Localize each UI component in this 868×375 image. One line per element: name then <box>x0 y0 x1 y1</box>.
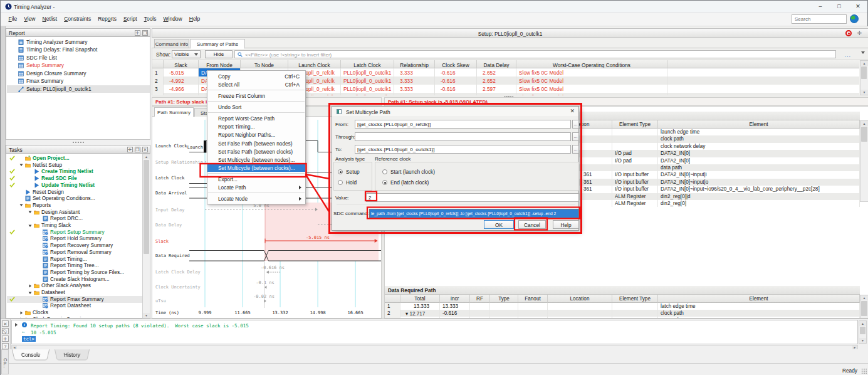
cell-element[interactable]: DATA2_IN[0]~input|i <box>658 171 860 178</box>
cell-latch[interactable]: PLL0|iopll_0_outclk1 <box>341 77 394 85</box>
cell-etype[interactable]: ALM Register <box>612 200 658 207</box>
task-other-slack-analyses[interactable]: Other Slack Analyses <box>7 282 142 289</box>
through-browse-button[interactable]: ... <box>572 132 579 141</box>
menu-script[interactable]: Script <box>120 13 140 25</box>
cell-element[interactable]: clock network delay <box>658 143 860 150</box>
hide-button[interactable]: Hide <box>205 50 233 58</box>
menu-netlist[interactable]: Netlist <box>39 13 61 25</box>
tasks-scrollbar[interactable]: ▲ ▼ <box>142 154 150 319</box>
globe-icon[interactable] <box>850 14 859 23</box>
cell-element[interactable]: clock path <box>658 135 860 142</box>
cell-etype[interactable]: I/O input buffer <box>612 179 658 186</box>
cell-rf[interactable] <box>470 310 490 317</box>
task-report-fmax-summary[interactable]: Report Fmax Summary <box>7 296 142 303</box>
ok-button[interactable]: OK <box>484 220 514 229</box>
more-options-icon[interactable]: ... <box>844 52 851 58</box>
hold-radio[interactable] <box>338 180 343 185</box>
cell-element[interactable]: latch edge time <box>658 303 860 310</box>
cell-element[interactable]: DATA2_IN[0]~input~io96/s20_0_4__vio_lab_… <box>658 186 860 193</box>
task-timing-slack[interactable]: Timing Slack <box>7 222 142 229</box>
task-design-assistant[interactable]: Design Assistant <box>7 209 142 216</box>
column-header-worst-case-operating-conditions[interactable]: Worst-Case Operating Conditions <box>516 60 667 68</box>
column-header-launch-clock[interactable]: Launch Clock <box>288 60 341 68</box>
path-table-scrollbar[interactable]: ▲ <box>860 120 868 202</box>
report-item-timing-delays-final-snapshot[interactable]: Timing Delays: Final Snapshot <box>7 46 150 54</box>
menu-item-export[interactable]: Export... <box>207 175 305 183</box>
report-item-sdc-file-list[interactable]: SDC File List <box>7 54 150 62</box>
cell-rf[interactable] <box>470 303 490 310</box>
menu-item-report-worst-case-path[interactable]: Report Worst-Case Path <box>207 114 305 122</box>
column-header-latch-clock[interactable]: Latch Clock <box>341 60 394 68</box>
menu-file[interactable]: File <box>5 13 21 25</box>
column-header-total[interactable]: Total <box>400 295 440 303</box>
task-report-setup-summary[interactable]: Report Setup Summary <box>7 229 142 236</box>
cell-etype[interactable]: ALM Register <box>612 193 658 200</box>
menu-item-freeze-first-column[interactable]: Freeze First Column <box>207 92 305 100</box>
report-item-fmax-summary[interactable]: Fmax Summary <box>7 77 150 85</box>
float-icon[interactable]: ❐ <box>142 30 148 36</box>
help-icon[interactable]: ? <box>2 343 9 349</box>
scroll-down-icon[interactable]: ▼ <box>860 90 868 95</box>
task-report-removal-summary[interactable]: Report Removal Summary <box>7 249 142 256</box>
cell-element[interactable]: DATA2_IN[0] <box>658 150 860 157</box>
cell-incr[interactable]: -0.616 <box>440 310 470 317</box>
cell-latch[interactable]: PLL0|iopll_0_outclk1 <box>341 85 394 93</box>
column-header-from-node[interactable]: From Node <box>199 60 241 68</box>
column-header-element-type[interactable]: Element Type <box>612 120 658 129</box>
close-button[interactable]: ✕ <box>849 1 867 13</box>
path-table-scrollbar[interactable]: ▲ <box>860 295 868 319</box>
collapse-icon[interactable] <box>28 210 32 214</box>
column-header-num[interactable] <box>385 295 400 303</box>
task-netlist-setup[interactable]: Netlist Setup <box>7 162 142 169</box>
scroll-up-icon[interactable]: ▲ <box>860 121 868 126</box>
task-datasheet[interactable]: Datasheet <box>7 289 142 296</box>
cell-wc[interactable]: Slow fix5 0C Model <box>516 85 667 93</box>
cell-etype[interactable] <box>612 129 658 135</box>
task-reset-design[interactable]: Reset Design <box>7 189 142 196</box>
collapse-icon[interactable] <box>28 224 32 228</box>
cell-etype[interactable] <box>612 143 658 150</box>
expand-icon[interactable] <box>15 323 18 327</box>
task-clocks[interactable]: Clocks <box>7 309 142 316</box>
cell-element[interactable]: DATA2_IN[0]~input|o <box>658 179 860 186</box>
menu-item-set-false-path-between-nodes[interactable]: Set False Path (between nodes) <box>207 139 305 147</box>
cell-skew[interactable]: -0.616 <box>435 77 477 85</box>
cell-skew[interactable]: -0.616 <box>435 85 477 93</box>
cell-slack[interactable]: -5.015 <box>164 68 199 77</box>
close-panel-icon[interactable]: ✕ <box>142 147 148 152</box>
cell-etype[interactable] <box>612 303 658 310</box>
tab-history[interactable]: History <box>55 349 90 360</box>
show-dropdown[interactable]: Visible <box>172 50 201 58</box>
target-icon[interactable] <box>845 30 852 36</box>
cell-total[interactable]: ▾ 12.717 <box>400 310 440 317</box>
column-header-fanout[interactable]: Fanout <box>518 295 548 303</box>
cell-element[interactable]: launch edge time <box>658 129 860 135</box>
report-tasks-splitter[interactable] <box>6 140 150 145</box>
cell-wc[interactable]: Slow fix5 0C Model <box>516 68 667 77</box>
dropdown-icon[interactable] <box>861 51 865 54</box>
cell-wc[interactable]: Slow fix5 0C Model <box>516 77 667 85</box>
menu-item-report-neighbor-paths[interactable]: Report Neighbor Paths... <box>207 130 305 139</box>
detach-icon[interactable]: ✛ <box>856 30 863 37</box>
task-reports[interactable]: Reports <box>7 202 142 209</box>
menu-item-copy[interactable]: CopyCtrl+C <box>207 72 305 80</box>
column-header-num[interactable] <box>152 60 164 68</box>
value-field[interactable]: 2 <box>366 193 579 202</box>
tab-console[interactable]: Console <box>12 349 50 360</box>
cell-element[interactable]: data path <box>658 164 860 171</box>
pin-icon[interactable]: ✛ <box>135 30 140 36</box>
column-header-element[interactable]: Element <box>658 120 860 129</box>
from-field[interactable]: [get_clocks {PLL0|iopll_0_refclk}] <box>355 120 571 129</box>
tab-path-summary[interactable]: Path Summary <box>154 107 194 117</box>
cell-etype[interactable]: I/O pad <box>612 157 658 164</box>
cell-delay[interactable]: 2.652 <box>477 77 516 85</box>
to-field[interactable]: [get_clocks {PLL0|iopll_0_outclk1}] <box>355 145 571 154</box>
expand-icon[interactable] <box>28 284 32 288</box>
cell-etype[interactable]: I/O pad <box>612 150 658 157</box>
cell-fanout[interactable] <box>518 310 548 317</box>
tab-summary-of-paths[interactable]: Summary of Paths <box>190 39 245 49</box>
filter-input[interactable]: <<Filter>> (use !<string> to invert filt… <box>234 50 836 58</box>
scroll-down-icon[interactable]: ▼ <box>143 313 150 318</box>
menu-item-undo-sort[interactable]: Undo Sort <box>207 103 305 111</box>
task-report-timing-[interactable]: Report Timing... <box>7 256 142 263</box>
